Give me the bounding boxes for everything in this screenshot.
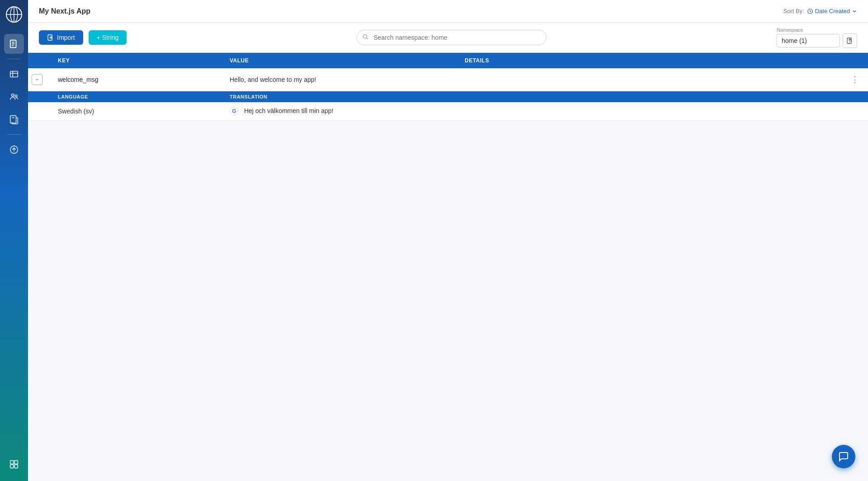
upload-icon (846, 37, 854, 44)
expand-button[interactable] (32, 74, 42, 85)
svg-point-11 (12, 94, 14, 97)
translation-expand-cell (28, 102, 51, 121)
sub-expand-cell (28, 91, 51, 103)
google-translate-icon[interactable]: G (230, 107, 239, 116)
sub-translation-header: TRANSLATION (222, 91, 868, 103)
string-value: Hello, and welcome to my app! (230, 76, 316, 83)
search-input[interactable] (357, 30, 547, 45)
namespace-upload-button[interactable] (843, 33, 857, 48)
svg-rect-26 (847, 38, 851, 43)
th-key: KEY (51, 53, 222, 68)
key-value: welcome_msg (58, 76, 98, 83)
namespace-label: Namespace (777, 27, 803, 33)
translation-cell: G Hej och välkommen till min app! (222, 102, 868, 121)
sort-value[interactable]: Date Created (807, 8, 857, 14)
table-row: welcome_msg Hello, and welcome to my app… (28, 68, 868, 91)
translation-row: Swedish (sv) G Hej och välkommen till mi… (28, 102, 868, 121)
sidebar-item-grid[interactable] (4, 454, 24, 474)
svg-rect-13 (10, 116, 16, 123)
svg-rect-17 (10, 461, 14, 464)
sidebar-item-team[interactable] (4, 87, 24, 107)
strings-table-container: KEY VALUE DETAILS (28, 53, 868, 481)
chat-fab-button[interactable] (832, 445, 855, 468)
sidebar-divider-2 (7, 134, 21, 135)
svg-point-24 (363, 34, 367, 38)
sidebar-item-localize[interactable] (4, 64, 24, 84)
svg-rect-18 (14, 461, 18, 464)
strings-table: KEY VALUE DETAILS (28, 53, 868, 121)
table-header: KEY VALUE DETAILS (28, 53, 868, 68)
search-icon (362, 33, 368, 42)
toolbar: Import + String Namespace home (1) (28, 23, 868, 53)
add-string-button[interactable]: + String (89, 30, 127, 45)
import-button[interactable]: Import (39, 30, 83, 45)
th-expand (28, 53, 51, 68)
sidebar (0, 0, 28, 481)
value-cell: Hello, and welcome to my app! (222, 68, 458, 91)
svg-rect-19 (10, 465, 14, 468)
language-cell: Swedish (sv) (51, 102, 222, 121)
app-title: My Next.js App (39, 7, 90, 15)
import-icon (47, 34, 54, 41)
sub-language-header: LANGUAGE (51, 91, 222, 103)
translation-sub-header: LANGUAGE TRANSLATION (28, 91, 868, 103)
sidebar-item-upload[interactable] (4, 140, 24, 160)
sidebar-item-export[interactable] (4, 109, 24, 129)
sort-by-label: Sort By: (783, 8, 804, 14)
more-options-button[interactable]: ⋮ (849, 74, 861, 85)
expand-cell (28, 68, 51, 91)
th-actions (842, 53, 868, 68)
details-cell (458, 68, 842, 91)
svg-point-12 (15, 95, 17, 97)
th-details: DETAILS (458, 53, 842, 68)
chevron-down-icon (35, 77, 39, 82)
sidebar-divider-1 (7, 59, 21, 59)
table-body: welcome_msg Hello, and welcome to my app… (28, 68, 868, 121)
namespace-selector: Namespace home (1) (777, 27, 857, 48)
clock-icon (807, 8, 813, 14)
app-logo[interactable] (5, 5, 23, 24)
chevron-down-icon (852, 9, 857, 14)
svg-rect-8 (10, 71, 18, 77)
namespace-dropdown[interactable]: home (1) (777, 34, 840, 47)
actions-cell: ⋮ (842, 68, 868, 91)
sort-control[interactable]: Sort By: Date Created (783, 8, 857, 14)
chat-icon (838, 451, 849, 462)
search-container (357, 30, 547, 45)
language-value: Swedish (sv) (58, 108, 94, 115)
translation-text: Hej och välkommen till min app! (244, 107, 334, 114)
key-cell: welcome_msg (51, 68, 222, 91)
header: My Next.js App Sort By: Date Created (28, 0, 868, 23)
svg-rect-20 (14, 465, 18, 468)
th-value: VALUE (222, 53, 458, 68)
main-content: My Next.js App Sort By: Date Created (28, 0, 868, 481)
svg-line-25 (367, 38, 368, 39)
namespace-select-wrap: home (1) (777, 33, 857, 48)
sidebar-item-strings[interactable] (4, 34, 24, 54)
